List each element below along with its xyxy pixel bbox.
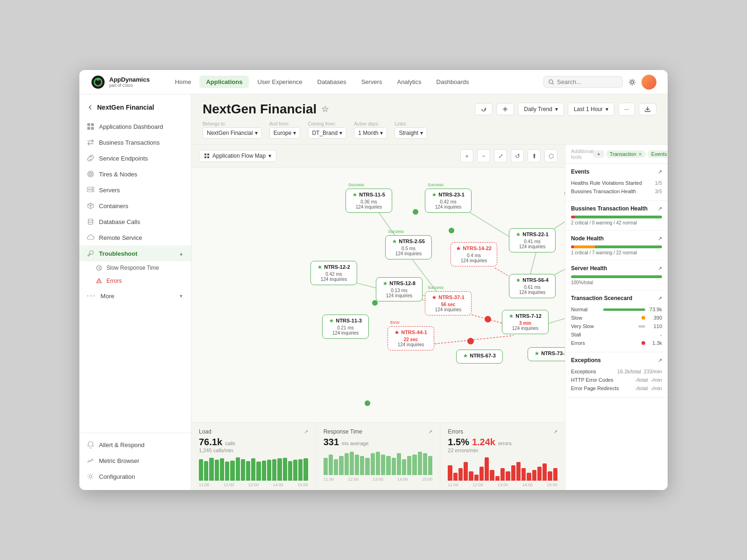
node-ntrs-11-3[interactable]: NTRS-11-3 0.21 ms 124 inquiries	[322, 315, 369, 339]
fit-btn[interactable]: ⤢	[494, 149, 507, 162]
score-bar-wrap-stall: -	[648, 332, 662, 337]
nav-applications[interactable]: Applications	[199, 76, 249, 88]
share-btn[interactable]: ⬡	[544, 149, 557, 162]
daily-trend-btn[interactable]: Daily Trend ▾	[518, 103, 564, 116]
plus-btn[interactable]: +	[593, 150, 604, 158]
sh-normal-bar	[571, 275, 662, 278]
nav-databases[interactable]: Databases	[311, 76, 353, 88]
node-ntrs-2-55[interactable]: NTRS-2-55 0.5 ms 124 inquiries Success	[385, 235, 432, 259]
flow-map-canvas[interactable]: NTRS-11-5 0.36 ms 124 inquiries Success …	[191, 168, 565, 422]
node-ntrs-44-1[interactable]: NTRS-44-1 22 sec 124 inquiries Error	[388, 326, 434, 350]
belongs-to-filter: Belongs to: NextGen Financial ▾	[203, 121, 262, 139]
server-health-expand[interactable]: ↗	[658, 266, 662, 272]
sidebar-label-remote-service: Remote Service	[99, 234, 142, 241]
sidebar-item-remote-service[interactable]: Remote Service	[79, 230, 191, 245]
tab-transaction[interactable]: Transaction ✕	[606, 150, 646, 158]
flow-map-toolbar: Application Flow Map ▾ + − ⤢ ↺ ⬆ ⬡	[191, 145, 565, 168]
node-ntrs-11-5[interactable]: NTRS-11-5 0.36 ms 124 inquiries Success	[345, 189, 392, 213]
nav-dashboards[interactable]: Dashboards	[430, 76, 476, 88]
sidebar-item-alert-respond[interactable]: Allert & Respond	[79, 437, 191, 453]
nav-user-experience[interactable]: User Experience	[251, 76, 309, 88]
belongs-to-select[interactable]: NextGen Financial ▾	[203, 127, 262, 139]
node-health-expand[interactable]: ↗	[658, 236, 662, 242]
sidebar-item-troubleshoot[interactable]: Troubleshoot ▲	[79, 245, 191, 261]
node-ntrs-12-2[interactable]: NTRS-12-2 0.42 ms 124 inquiries	[310, 261, 357, 285]
nh-warning-bar	[574, 245, 595, 248]
svg-rect-24	[207, 154, 209, 155]
page-header: NextGen Financial ☆	[191, 94, 668, 145]
last-hour-btn[interactable]: Last 1 Hour ▾	[568, 103, 614, 116]
response-chart	[324, 450, 433, 476]
reset-btn[interactable]: ↺	[511, 149, 524, 162]
sidebar-item-business-transactions[interactable]: Business Transactions	[79, 134, 191, 150]
additional-tools-label: Additional tools	[571, 148, 593, 160]
load-expand[interactable]: ↗	[304, 429, 308, 435]
coming-from-select[interactable]: DT_Brand ▾	[308, 127, 346, 139]
back-icon	[87, 104, 93, 111]
sidebar-sub-slow-response[interactable]: Slow Response Time	[79, 261, 191, 274]
scorecard-expand[interactable]: ↗	[658, 295, 662, 301]
sidebar-item-more[interactable]: ··· More ▼	[79, 287, 191, 304]
score-label-slow: Slow	[571, 315, 582, 321]
search-input[interactable]	[557, 78, 618, 85]
export-btn[interactable]	[639, 103, 656, 115]
node-ntrs-14-22[interactable]: NTRS-14-22 0.4 ms 124 inquiries	[451, 242, 497, 266]
events-expand[interactable]: ↗	[658, 169, 662, 175]
and-from-select[interactable]: Europe ▾	[269, 127, 301, 139]
sidebar-item-database-calls[interactable]: Database Calls	[79, 214, 191, 230]
search-box[interactable]	[543, 76, 623, 88]
more-options-btn[interactable]: ···	[618, 103, 635, 116]
node-ntrs-22-1[interactable]: NTRS-22-1 0.41 ms 124 inquiries	[509, 228, 556, 252]
svg-rect-8	[87, 127, 90, 130]
nav-items: Home Applications User Experience Databa…	[169, 76, 543, 88]
response-expand[interactable]: ↗	[428, 429, 432, 435]
sidebar-item-service-endpoints[interactable]: Service Endpoints	[79, 150, 191, 166]
nav-home[interactable]: Home	[169, 76, 198, 88]
links-select[interactable]: Straight ▾	[395, 127, 427, 139]
tab-events-label: Events	[651, 151, 667, 157]
node-ntrs-7-12[interactable]: NTRS-7-12 3 min 124 inquiries	[502, 310, 549, 334]
right-section-node-health: Node Health ↗ 1 critical / 7 warning / 2…	[565, 231, 668, 260]
svg-point-21	[90, 476, 92, 478]
tab-events[interactable]: Events ✕	[648, 150, 668, 158]
sidebar-item-containers[interactable]: Containers	[79, 198, 191, 214]
flow-map-select[interactable]: Application Flow Map ▾	[199, 150, 276, 162]
settings2-btn[interactable]	[496, 103, 514, 115]
sidebar-item-servers[interactable]: Servers	[79, 182, 191, 198]
nav-analytics[interactable]: Analytics	[390, 76, 428, 88]
score-row-very-slow: Very Slow 110	[571, 322, 662, 330]
tool-icon	[87, 250, 94, 257]
exceptions-expand[interactable]: ↗	[658, 357, 662, 364]
zoom-out-btn[interactable]: −	[477, 149, 490, 162]
node-ntrs-23-1[interactable]: NTRS-23-1 0.42 ms 124 inquiries Success	[425, 189, 472, 213]
settings-icon[interactable]	[628, 78, 636, 86]
nav-servers[interactable]: Servers	[355, 76, 389, 88]
node-ntrs-37-1[interactable]: NTRS-37-1 56 sec 124 inquiries Success	[425, 291, 472, 315]
sidebar-item-tiers-nodes[interactable]: Tires & Nodes	[79, 166, 191, 182]
svg-rect-25	[204, 156, 206, 158]
exc-row-1: HTTP Error Codes -/total -/min	[571, 376, 662, 384]
upload-btn[interactable]: ⬆	[528, 149, 541, 162]
sidebar-item-configuration[interactable]: Configuration	[79, 469, 191, 484]
zoom-in-btn[interactable]: +	[460, 149, 473, 162]
user-avatar[interactable]	[641, 75, 656, 90]
tab-transaction-close[interactable]: ✕	[638, 152, 642, 157]
active-days-select[interactable]: 1 Month ▾	[354, 127, 387, 139]
errors-title: Errors	[448, 428, 463, 435]
sidebar-item-metric-browser[interactable]: Metric Browser	[79, 453, 191, 469]
business-health-expand[interactable]: ↗	[658, 206, 662, 212]
sidebar-back[interactable]: NextGen Financial	[79, 100, 191, 115]
more-dots-icon: ···	[87, 292, 96, 300]
appdynamics-logo-icon	[91, 75, 106, 90]
node-ntrs-67-3[interactable]: NTRS-67-3	[456, 350, 503, 364]
refresh-btn[interactable]	[475, 103, 493, 115]
node-ntrs-73-1[interactable]: NTRS-73-1	[528, 347, 565, 361]
favorite-icon[interactable]: ☆	[321, 104, 329, 114]
node-ntrs-12-8[interactable]: NTRS-12-8 0.13 ms 124 inquiries	[376, 277, 423, 301]
sidebar-sub-errors[interactable]: Errors	[79, 274, 191, 287]
node-ntrs-56-4[interactable]: NTRS-56-4 0.61 ms 124 inquiries	[509, 274, 556, 298]
database-icon	[87, 218, 94, 225]
errors-expand[interactable]: ↗	[553, 429, 557, 435]
nav-right	[543, 75, 656, 90]
sidebar-item-applications-dashboard[interactable]: Applications Dashboard	[79, 119, 191, 134]
